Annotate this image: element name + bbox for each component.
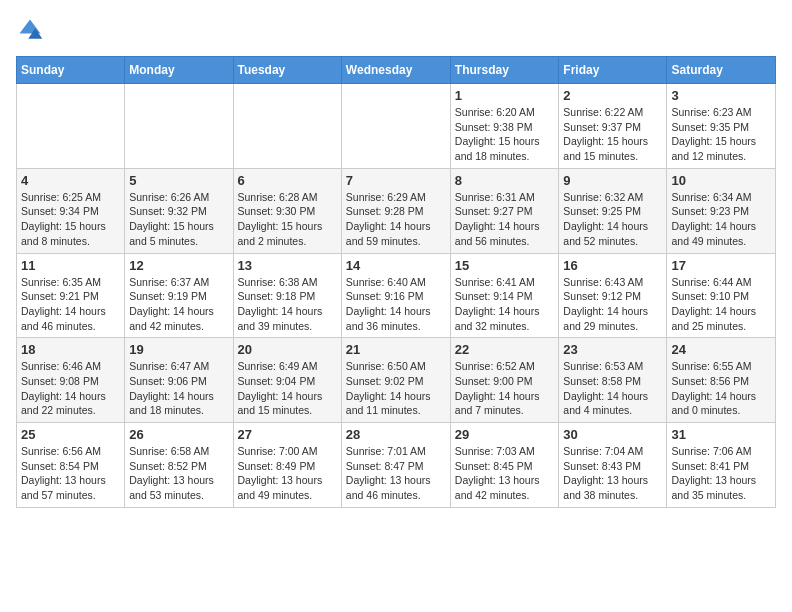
day-info: Sunrise: 6:40 AMSunset: 9:16 PMDaylight:… — [346, 275, 446, 334]
day-info: Sunrise: 6:49 AMSunset: 9:04 PMDaylight:… — [238, 359, 337, 418]
calendar-cell: 17Sunrise: 6:44 AMSunset: 9:10 PMDayligh… — [667, 253, 776, 338]
calendar-cell: 15Sunrise: 6:41 AMSunset: 9:14 PMDayligh… — [450, 253, 559, 338]
calendar-body: 1Sunrise: 6:20 AMSunset: 9:38 PMDaylight… — [17, 84, 776, 508]
day-number: 21 — [346, 342, 446, 357]
day-info: Sunrise: 6:22 AMSunset: 9:37 PMDaylight:… — [563, 105, 662, 164]
week-row-3: 11Sunrise: 6:35 AMSunset: 9:21 PMDayligh… — [17, 253, 776, 338]
weekday-monday: Monday — [125, 57, 233, 84]
day-info: Sunrise: 6:58 AMSunset: 8:52 PMDaylight:… — [129, 444, 228, 503]
calendar-cell — [233, 84, 341, 169]
day-number: 24 — [671, 342, 771, 357]
day-number: 6 — [238, 173, 337, 188]
day-info: Sunrise: 6:52 AMSunset: 9:00 PMDaylight:… — [455, 359, 555, 418]
calendar-cell: 7Sunrise: 6:29 AMSunset: 9:28 PMDaylight… — [341, 168, 450, 253]
day-number: 25 — [21, 427, 120, 442]
calendar-table: SundayMondayTuesdayWednesdayThursdayFrid… — [16, 56, 776, 508]
weekday-friday: Friday — [559, 57, 667, 84]
day-info: Sunrise: 6:56 AMSunset: 8:54 PMDaylight:… — [21, 444, 120, 503]
calendar-header: SundayMondayTuesdayWednesdayThursdayFrid… — [17, 57, 776, 84]
calendar-cell: 31Sunrise: 7:06 AMSunset: 8:41 PMDayligh… — [667, 423, 776, 508]
day-number: 15 — [455, 258, 555, 273]
day-info: Sunrise: 7:01 AMSunset: 8:47 PMDaylight:… — [346, 444, 446, 503]
calendar-cell: 10Sunrise: 6:34 AMSunset: 9:23 PMDayligh… — [667, 168, 776, 253]
day-number: 19 — [129, 342, 228, 357]
day-number: 2 — [563, 88, 662, 103]
day-number: 11 — [21, 258, 120, 273]
day-number: 3 — [671, 88, 771, 103]
day-info: Sunrise: 6:26 AMSunset: 9:32 PMDaylight:… — [129, 190, 228, 249]
day-number: 31 — [671, 427, 771, 442]
day-number: 1 — [455, 88, 555, 103]
page-header — [16, 16, 776, 44]
calendar-cell: 13Sunrise: 6:38 AMSunset: 9:18 PMDayligh… — [233, 253, 341, 338]
day-info: Sunrise: 7:06 AMSunset: 8:41 PMDaylight:… — [671, 444, 771, 503]
calendar-cell: 5Sunrise: 6:26 AMSunset: 9:32 PMDaylight… — [125, 168, 233, 253]
calendar-cell: 14Sunrise: 6:40 AMSunset: 9:16 PMDayligh… — [341, 253, 450, 338]
day-info: Sunrise: 6:53 AMSunset: 8:58 PMDaylight:… — [563, 359, 662, 418]
calendar-cell: 1Sunrise: 6:20 AMSunset: 9:38 PMDaylight… — [450, 84, 559, 169]
day-info: Sunrise: 6:44 AMSunset: 9:10 PMDaylight:… — [671, 275, 771, 334]
day-info: Sunrise: 6:55 AMSunset: 8:56 PMDaylight:… — [671, 359, 771, 418]
day-info: Sunrise: 6:34 AMSunset: 9:23 PMDaylight:… — [671, 190, 771, 249]
day-info: Sunrise: 7:03 AMSunset: 8:45 PMDaylight:… — [455, 444, 555, 503]
day-info: Sunrise: 6:46 AMSunset: 9:08 PMDaylight:… — [21, 359, 120, 418]
day-info: Sunrise: 6:47 AMSunset: 9:06 PMDaylight:… — [129, 359, 228, 418]
calendar-cell: 25Sunrise: 6:56 AMSunset: 8:54 PMDayligh… — [17, 423, 125, 508]
day-number: 29 — [455, 427, 555, 442]
day-number: 23 — [563, 342, 662, 357]
week-row-4: 18Sunrise: 6:46 AMSunset: 9:08 PMDayligh… — [17, 338, 776, 423]
calendar-cell: 28Sunrise: 7:01 AMSunset: 8:47 PMDayligh… — [341, 423, 450, 508]
day-number: 30 — [563, 427, 662, 442]
calendar-cell: 29Sunrise: 7:03 AMSunset: 8:45 PMDayligh… — [450, 423, 559, 508]
day-info: Sunrise: 6:38 AMSunset: 9:18 PMDaylight:… — [238, 275, 337, 334]
calendar-cell — [341, 84, 450, 169]
logo-icon — [16, 16, 44, 44]
day-number: 12 — [129, 258, 228, 273]
calendar-cell: 6Sunrise: 6:28 AMSunset: 9:30 PMDaylight… — [233, 168, 341, 253]
day-number: 16 — [563, 258, 662, 273]
week-row-1: 1Sunrise: 6:20 AMSunset: 9:38 PMDaylight… — [17, 84, 776, 169]
calendar-cell: 21Sunrise: 6:50 AMSunset: 9:02 PMDayligh… — [341, 338, 450, 423]
calendar-cell: 4Sunrise: 6:25 AMSunset: 9:34 PMDaylight… — [17, 168, 125, 253]
week-row-5: 25Sunrise: 6:56 AMSunset: 8:54 PMDayligh… — [17, 423, 776, 508]
day-number: 20 — [238, 342, 337, 357]
calendar-cell: 27Sunrise: 7:00 AMSunset: 8:49 PMDayligh… — [233, 423, 341, 508]
calendar-cell — [17, 84, 125, 169]
week-row-2: 4Sunrise: 6:25 AMSunset: 9:34 PMDaylight… — [17, 168, 776, 253]
calendar-cell: 18Sunrise: 6:46 AMSunset: 9:08 PMDayligh… — [17, 338, 125, 423]
day-number: 22 — [455, 342, 555, 357]
day-number: 28 — [346, 427, 446, 442]
day-info: Sunrise: 6:37 AMSunset: 9:19 PMDaylight:… — [129, 275, 228, 334]
day-number: 5 — [129, 173, 228, 188]
day-info: Sunrise: 6:41 AMSunset: 9:14 PMDaylight:… — [455, 275, 555, 334]
day-info: Sunrise: 6:25 AMSunset: 9:34 PMDaylight:… — [21, 190, 120, 249]
day-number: 7 — [346, 173, 446, 188]
calendar-cell: 16Sunrise: 6:43 AMSunset: 9:12 PMDayligh… — [559, 253, 667, 338]
weekday-sunday: Sunday — [17, 57, 125, 84]
calendar-cell: 22Sunrise: 6:52 AMSunset: 9:00 PMDayligh… — [450, 338, 559, 423]
day-number: 8 — [455, 173, 555, 188]
calendar-cell: 2Sunrise: 6:22 AMSunset: 9:37 PMDaylight… — [559, 84, 667, 169]
calendar-cell: 9Sunrise: 6:32 AMSunset: 9:25 PMDaylight… — [559, 168, 667, 253]
calendar-cell: 11Sunrise: 6:35 AMSunset: 9:21 PMDayligh… — [17, 253, 125, 338]
day-number: 17 — [671, 258, 771, 273]
calendar-cell: 8Sunrise: 6:31 AMSunset: 9:27 PMDaylight… — [450, 168, 559, 253]
day-number: 4 — [21, 173, 120, 188]
weekday-tuesday: Tuesday — [233, 57, 341, 84]
day-info: Sunrise: 6:23 AMSunset: 9:35 PMDaylight:… — [671, 105, 771, 164]
day-number: 18 — [21, 342, 120, 357]
day-info: Sunrise: 6:50 AMSunset: 9:02 PMDaylight:… — [346, 359, 446, 418]
day-number: 10 — [671, 173, 771, 188]
calendar-cell: 3Sunrise: 6:23 AMSunset: 9:35 PMDaylight… — [667, 84, 776, 169]
weekday-wednesday: Wednesday — [341, 57, 450, 84]
day-info: Sunrise: 6:28 AMSunset: 9:30 PMDaylight:… — [238, 190, 337, 249]
day-info: Sunrise: 6:43 AMSunset: 9:12 PMDaylight:… — [563, 275, 662, 334]
logo — [16, 16, 48, 44]
calendar-cell: 26Sunrise: 6:58 AMSunset: 8:52 PMDayligh… — [125, 423, 233, 508]
calendar-cell: 20Sunrise: 6:49 AMSunset: 9:04 PMDayligh… — [233, 338, 341, 423]
day-number: 13 — [238, 258, 337, 273]
day-number: 9 — [563, 173, 662, 188]
weekday-thursday: Thursday — [450, 57, 559, 84]
day-info: Sunrise: 6:29 AMSunset: 9:28 PMDaylight:… — [346, 190, 446, 249]
day-info: Sunrise: 6:32 AMSunset: 9:25 PMDaylight:… — [563, 190, 662, 249]
